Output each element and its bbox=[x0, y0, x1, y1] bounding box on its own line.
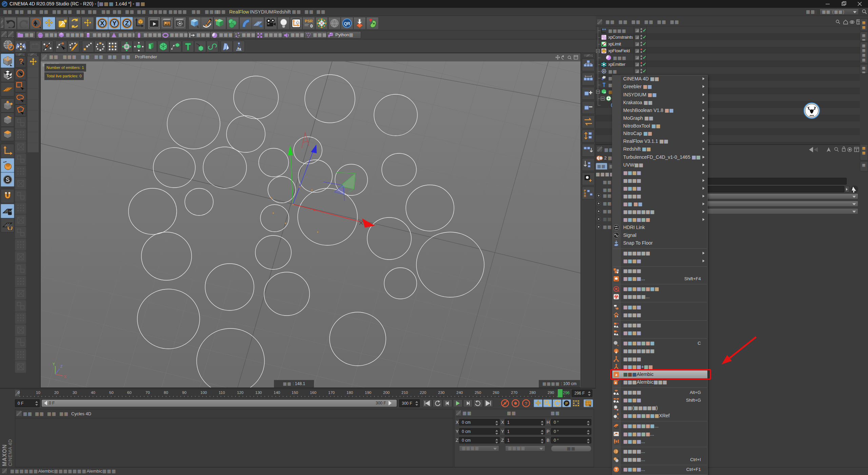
svg-text:200: 200 bbox=[383, 391, 390, 395]
svg-text:250: 250 bbox=[475, 391, 481, 395]
svg-text:180: 180 bbox=[347, 391, 353, 395]
svg-text:10: 10 bbox=[36, 391, 40, 395]
svg-text:▦▦▦: ▦▦▦ bbox=[810, 115, 814, 116]
svg-text:20: 20 bbox=[54, 391, 59, 395]
svg-text:70: 70 bbox=[145, 391, 150, 395]
svg-text:?: ? bbox=[615, 467, 618, 472]
svg-text:110: 110 bbox=[219, 391, 225, 395]
svg-text:0: 0 bbox=[18, 391, 20, 395]
svg-text:S: S bbox=[6, 176, 10, 183]
svg-text:240: 240 bbox=[456, 391, 463, 395]
svg-text:X: X bbox=[100, 20, 104, 27]
svg-text:290: 290 bbox=[548, 391, 554, 395]
svg-text:Z: Z bbox=[125, 20, 129, 27]
svg-text:260: 260 bbox=[493, 391, 499, 395]
svg-text:.fx: .fx bbox=[236, 47, 241, 52]
svg-text:270: 270 bbox=[511, 391, 517, 395]
svg-text:170: 170 bbox=[328, 391, 335, 395]
svg-text:80: 80 bbox=[164, 391, 168, 395]
svg-text:150: 150 bbox=[292, 391, 298, 395]
svg-text:100: 100 bbox=[200, 391, 207, 395]
svg-text:PSR: PSR bbox=[305, 19, 313, 23]
svg-text:40: 40 bbox=[91, 391, 95, 395]
svg-text:i: i bbox=[618, 450, 619, 454]
svg-text:230: 230 bbox=[438, 391, 445, 395]
svg-text:a: a bbox=[615, 381, 617, 384]
svg-text:0: 0 bbox=[310, 23, 313, 28]
svg-text:120: 120 bbox=[237, 391, 243, 395]
svg-text:220: 220 bbox=[420, 391, 426, 395]
svg-text:P: P bbox=[565, 401, 568, 405]
svg-text:i: i bbox=[618, 456, 619, 460]
svg-text:160: 160 bbox=[310, 391, 316, 395]
svg-text:140: 140 bbox=[274, 391, 280, 395]
svg-text:?: ? bbox=[19, 57, 23, 65]
svg-text:210: 210 bbox=[401, 391, 408, 395]
svg-text:130: 130 bbox=[255, 391, 262, 395]
svg-text:R: R bbox=[584, 194, 586, 198]
svg-text:60: 60 bbox=[127, 391, 132, 395]
svg-text:Y: Y bbox=[112, 20, 117, 27]
svg-text:190: 190 bbox=[365, 391, 371, 395]
svg-text:X: X bbox=[64, 375, 66, 379]
svg-text:QR: QR bbox=[344, 21, 350, 26]
svg-text:280: 280 bbox=[529, 391, 536, 395]
svg-text:Z: Z bbox=[60, 365, 62, 368]
svg-text:30: 30 bbox=[73, 391, 77, 395]
svg-text:?: ? bbox=[525, 401, 527, 406]
svg-text:50: 50 bbox=[109, 391, 114, 395]
svg-text:Y: Y bbox=[53, 362, 55, 366]
svg-text:90: 90 bbox=[182, 391, 186, 395]
